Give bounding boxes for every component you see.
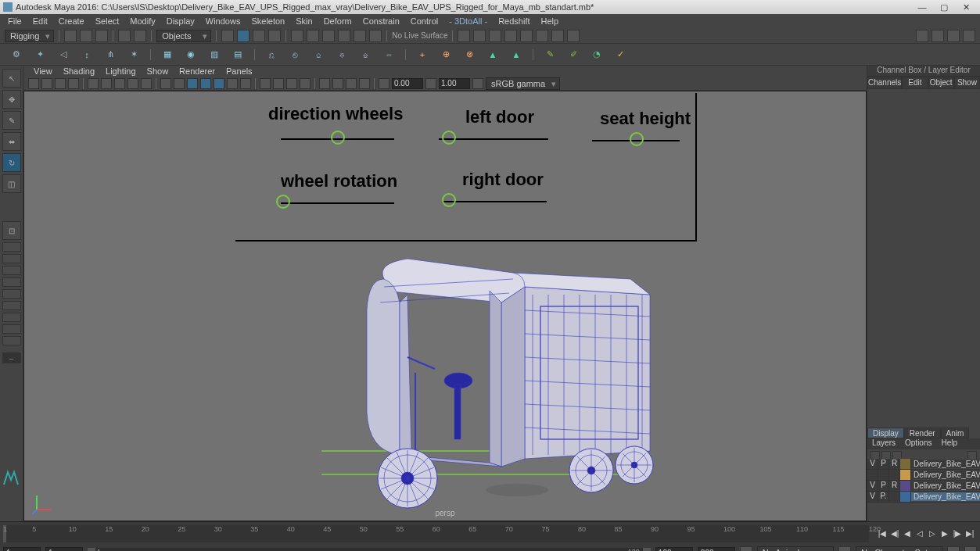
vp-menu-renderer[interactable]: Renderer [175,66,219,76]
shelf-bind4-icon[interactable]: ⎑ [333,46,350,63]
layer-vis[interactable]: V [867,492,878,502]
ctrl-wheel-rotation-handle[interactable] [276,195,290,209]
range-slider[interactable]: 1 120 [88,548,651,551]
vp-wireframe-icon[interactable] [160,78,171,89]
vp-gate-icon[interactable] [114,78,125,89]
menu-modify[interactable]: Modify [125,16,160,27]
menu-windows[interactable]: Windows [201,16,246,27]
ctrl-left-door-handle[interactable] [442,131,456,145]
snap-grid-icon[interactable] [221,30,234,42]
ctrl-direction-wheels-handle[interactable] [331,131,345,145]
vp-image-icon[interactable] [55,78,66,89]
step-fwd-key-icon[interactable]: |▶ [952,528,963,539]
shelf-extra-icon[interactable]: ✓ [612,46,629,63]
layer-color-swatch[interactable] [900,459,911,469]
shelf-ik-icon[interactable]: ↕ [78,46,95,63]
sym-toggle-icon[interactable] [504,30,517,42]
layer-ref[interactable]: R [889,459,900,469]
tab-show[interactable]: Show [954,77,980,89]
layer-row[interactable]: VPRDelivery_Bike_EAV_UPS [867,459,980,470]
range-end[interactable] [655,547,693,551]
vp-gamma-icon[interactable] [332,78,343,89]
range-max[interactable] [698,547,735,551]
go-end-icon[interactable]: ▶| [964,528,975,539]
range-thumb-end[interactable] [643,548,651,551]
shelf-sphere-icon[interactable]: ◉ [182,46,199,63]
layout6-icon[interactable] [2,301,21,310]
tab-object[interactable]: Object [928,77,954,89]
vp-res-icon[interactable] [127,78,138,89]
history-icon[interactable] [291,30,303,42]
menu-skin[interactable]: Skin [291,16,317,27]
shelf-joint-icon[interactable]: ◁ [55,46,72,63]
layout4-icon[interactable] [2,277,21,287]
layer-ref[interactable] [889,492,900,502]
move-tool-icon[interactable]: ⬌ [2,132,21,151]
shelf-hair1-icon[interactable]: ▲ [484,46,501,63]
step-back-icon[interactable]: ◀ [902,528,913,539]
vp-culling-icon[interactable] [300,78,311,89]
layer-tab-render[interactable]: Render [904,428,941,438]
tab-channels[interactable]: Channels [867,77,902,89]
minimize-button[interactable]: — [911,1,933,13]
layer-play[interactable]: P [878,481,889,491]
vp-bookmark-icon[interactable] [41,78,52,89]
shelf-cube-icon[interactable]: ▦ [159,46,176,63]
shelf-cone-icon[interactable]: ▤ [229,46,246,63]
vp-wire-shaded-icon[interactable] [200,78,211,89]
scale-tool-icon[interactable]: ◫ [2,174,21,193]
vp-shaded-icon[interactable] [187,78,198,89]
shelf-bind2-icon[interactable]: ⎋ [286,46,303,63]
vp-gamma-dropdown[interactable]: sRGB gamma [486,77,560,90]
workspace-selector[interactable]: Rigging [5,30,54,42]
sym-y-icon[interactable] [473,30,486,42]
maya-home-icon[interactable] [2,469,20,488]
menu-redshift[interactable]: Redshift [494,16,534,27]
timeline-ruler[interactable]: 1510152025303540455055606570758085909510… [3,525,869,542]
layout8-icon[interactable] [2,324,21,334]
menu-constrain[interactable]: Constrain [358,16,404,27]
range-thumb-start[interactable] [88,548,95,551]
collapse-icon[interactable]: – [2,352,21,363]
vp-textured-icon[interactable] [214,78,224,89]
new-scene-icon[interactable] [64,30,77,42]
shelf-gear-icon[interactable]: ⚙ [8,46,25,63]
layer-ref[interactable]: R [889,481,900,491]
shelf-set3-icon[interactable]: ⊗ [461,46,478,63]
layer-tab-anim[interactable]: Anim [941,428,970,438]
vp-smooth-icon[interactable] [174,78,185,89]
vp-field1[interactable] [392,78,423,89]
last-tool-icon[interactable]: ⊡ [2,221,21,240]
menu-help[interactable]: Help [537,16,564,27]
tab-edit[interactable]: Edit [902,77,928,89]
redo-icon[interactable] [134,30,146,42]
ipr-icon[interactable] [354,30,366,42]
open-scene-icon[interactable] [80,30,92,42]
maximize-button[interactable]: ▢ [933,1,955,13]
layer-vis[interactable] [867,470,878,480]
lasso-tool-icon[interactable]: ✥ [2,90,21,109]
select-tool-icon[interactable]: ↖ [2,69,21,88]
layout1-icon[interactable] [2,242,21,252]
layer-sub-help[interactable]: Help [936,438,962,449]
snap-point-icon[interactable] [253,30,265,42]
shelf-bind3-icon[interactable]: ⎐ [310,46,327,63]
render-settings-icon[interactable] [369,30,382,42]
layer-row[interactable]: VP.Delivery_Bike_EAV_UPS [867,492,980,503]
vp-isolate-icon[interactable] [260,78,271,89]
shelf-bind6-icon[interactable]: ⎓ [380,46,397,63]
shelf-bind1-icon[interactable]: ⎌ [263,46,280,63]
shelf-hair2-icon[interactable]: ▲ [508,46,525,63]
vp-menu-lighting[interactable]: Lighting [102,66,140,76]
shelf-bind5-icon[interactable]: ⎒ [357,46,374,63]
step-fwd-icon[interactable]: ▶ [939,528,950,539]
layer-color-swatch[interactable] [900,481,911,491]
construction-icon[interactable] [322,30,335,42]
sym-x-icon[interactable] [458,30,470,42]
vp-aa-icon[interactable] [346,78,357,89]
vp-ao-icon[interactable] [379,78,389,89]
layer-row[interactable]: Delivery_Bike_EAV_UPS [867,470,980,481]
layer-vis[interactable]: V [867,459,878,469]
sidebar-toggle3-icon[interactable] [947,30,960,42]
prefs-icon[interactable] [964,546,977,551]
